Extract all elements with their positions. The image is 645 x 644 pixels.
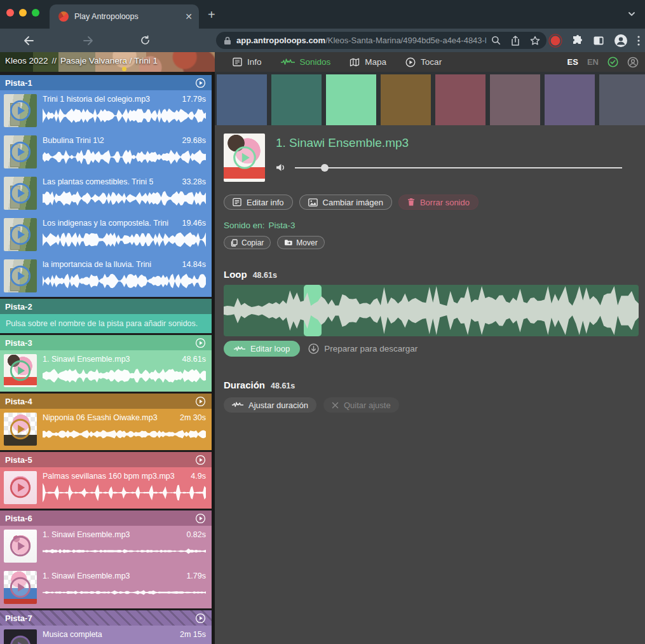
saved-check-icon <box>608 57 618 67</box>
clip-thumbnail[interactable] <box>4 94 37 127</box>
clip-play-icon[interactable] <box>8 534 32 558</box>
track-color-swatch-1[interactable] <box>217 74 267 125</box>
clip-row[interactable]: la importancia de la lluvia. Trini 14.84… <box>0 256 212 297</box>
browser-tab[interactable]: Play Antropoloops ✕ <box>50 4 199 29</box>
clip-row[interactable]: Palmas sevillanas 160 bpm mp3.mp3 4.9s <box>0 467 212 509</box>
clip-play-icon[interactable] <box>8 417 32 441</box>
edit-loop-button[interactable]: Editar loop <box>224 341 300 357</box>
chevron-down-icon[interactable] <box>627 10 636 18</box>
clip-thumbnail[interactable] <box>4 530 37 563</box>
forward-button[interactable] <box>83 36 97 46</box>
clip-thumbnail[interactable] <box>4 629 37 644</box>
extensions-puzzle-icon[interactable] <box>572 35 583 46</box>
track-color-swatch-2[interactable] <box>271 74 322 125</box>
track-color-swatch-4[interactable] <box>381 74 431 125</box>
clip-thumbnail[interactable] <box>4 354 37 387</box>
account-icon[interactable] <box>627 57 639 68</box>
nav-tab-mapa[interactable]: Mapa <box>350 57 386 67</box>
clip-thumbnail[interactable] <box>4 471 37 504</box>
track-header[interactable]: Pista-3 <box>0 335 212 350</box>
clip-play-icon[interactable] <box>8 181 32 205</box>
menu-kebab-icon[interactable] <box>637 36 640 46</box>
clip-row[interactable]: Las plantas comestibles. Trini 5 33.28s <box>0 173 212 214</box>
move-button[interactable]: Mover <box>277 236 324 249</box>
sound-location-track-link[interactable]: Pista-3 <box>269 221 295 230</box>
clip-play-icon[interactable] <box>8 223 32 247</box>
track-color-swatch-6[interactable] <box>490 74 540 125</box>
clip-row[interactable]: 1. Sinawi Ensemble.mp3 1.79s <box>0 567 212 608</box>
prepare-download-button[interactable]: Preparar para descargar <box>308 343 418 354</box>
track-play-button[interactable] <box>195 78 206 88</box>
delete-sound-button[interactable]: Borrar sonido <box>398 195 479 210</box>
track-color-swatch-3[interactable] <box>326 74 376 125</box>
clip-thumbnail[interactable] <box>4 135 37 168</box>
nav-tab-sonidos[interactable]: Sonidos <box>281 57 331 67</box>
clip-row[interactable]: 1. Sinawi Ensemble.mp3 0.82s <box>0 526 212 567</box>
clip-play-icon[interactable] <box>8 99 32 123</box>
sound-play-icon[interactable] <box>231 144 258 171</box>
track-color-swatch-7[interactable] <box>545 74 595 125</box>
back-button[interactable] <box>23 36 37 46</box>
breadcrumb-project[interactable]: Kleos 2022 <box>5 56 48 65</box>
clip-play-icon[interactable] <box>8 634 32 644</box>
side-panel-icon[interactable] <box>593 35 604 46</box>
track-header[interactable]: Pista-2 <box>0 299 212 314</box>
language-en[interactable]: EN <box>587 57 599 67</box>
track-header[interactable]: Pista-5 <box>0 452 212 467</box>
track-header[interactable]: Pista-7 <box>0 610 212 626</box>
remove-adjust-button[interactable]: Quitar ajuste <box>323 397 399 413</box>
address-bar[interactable]: app.antropoloops.com/Kleos-Santa-Marina/… <box>216 32 547 49</box>
volume-slider-thumb[interactable] <box>321 164 329 172</box>
project-map-banner[interactable]: Kleos 2022//Pasaje Valvanera / Trini 1 <box>0 52 215 72</box>
close-window-button[interactable] <box>6 9 14 17</box>
clip-play-icon[interactable] <box>8 264 32 288</box>
sound-thumbnail[interactable] <box>224 134 265 182</box>
share-icon[interactable] <box>511 36 520 46</box>
bookmark-star-icon[interactable] <box>530 36 540 46</box>
new-tab-button[interactable]: + <box>208 8 215 21</box>
clip-thumbnail[interactable] <box>4 571 37 604</box>
edit-info-button[interactable]: Editar info <box>224 195 293 210</box>
adjust-duration-button[interactable]: Ajustar duración <box>224 397 316 413</box>
clip-row[interactable]: Musica completa 2m 15s <box>0 626 212 644</box>
track-header[interactable]: Pista-6 <box>0 510 212 526</box>
record-extension-icon[interactable] <box>548 34 562 48</box>
track-header[interactable]: Pista-1 <box>0 75 212 90</box>
reload-button[interactable] <box>140 35 154 46</box>
track-color-swatch-8[interactable] <box>599 74 645 125</box>
clip-play-icon[interactable] <box>8 359 32 383</box>
profile-avatar-icon[interactable] <box>614 34 628 48</box>
change-image-button[interactable]: Cambiar imágen <box>299 195 392 210</box>
clip-row[interactable]: Nipponia 06 Esashi Oiwake.mp3 2m 30s <box>0 409 212 450</box>
clip-row[interactable]: Los indigenas y la compostela. Trini 19.… <box>0 214 212 256</box>
clip-thumbnail[interactable] <box>4 218 37 251</box>
clip-play-icon[interactable] <box>8 476 32 500</box>
minimize-window-button[interactable] <box>19 9 27 17</box>
clip-row[interactable]: Trini 1 historia del colegio.mp3 17.79s <box>0 90 212 132</box>
breadcrumb-track[interactable]: Pasaje Valvanera / Trini 1 <box>60 56 158 65</box>
track-play-button[interactable] <box>195 513 206 524</box>
track-color-swatch-5[interactable] <box>435 74 485 125</box>
clip-play-icon[interactable] <box>8 140 32 164</box>
nav-tab-tocar[interactable]: Tocar <box>405 57 442 67</box>
tab-close-icon[interactable]: ✕ <box>185 12 193 21</box>
edit-info-icon <box>233 198 241 207</box>
track-play-button[interactable] <box>195 338 206 348</box>
clip-thumbnail[interactable] <box>4 259 37 292</box>
track-play-button[interactable] <box>195 396 206 407</box>
clip-thumbnail[interactable] <box>4 177 37 210</box>
track-header[interactable]: Pista-4 <box>0 394 212 409</box>
clip-row[interactable]: Bubulina Trini 1\2 29.68s <box>0 132 212 173</box>
language-es[interactable]: ES <box>567 57 578 67</box>
clip-row[interactable]: 1. Sinawi Ensemble.mp3 48.61s <box>0 350 212 392</box>
clip-thumbnail[interactable] <box>4 413 37 446</box>
track-play-button[interactable] <box>195 613 206 624</box>
track-play-button[interactable] <box>195 455 206 465</box>
nav-tab-info[interactable]: Info <box>233 57 262 67</box>
zoom-window-button[interactable] <box>32 9 39 17</box>
copy-button[interactable]: Copiar <box>224 236 271 249</box>
loop-waveform-box[interactable] <box>224 285 639 336</box>
zoom-icon[interactable] <box>491 36 501 45</box>
clip-play-icon[interactable] <box>8 575 32 599</box>
volume-slider[interactable] <box>295 163 622 172</box>
